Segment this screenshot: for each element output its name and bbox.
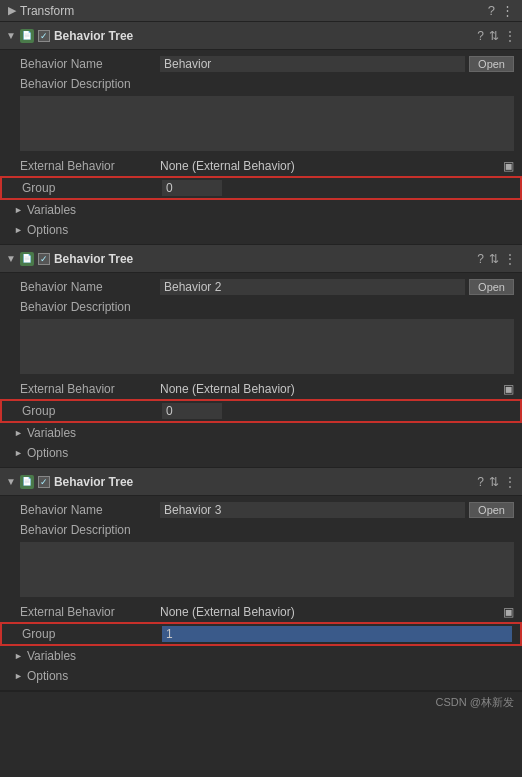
panel-2-behavior-name-input[interactable]: [160, 279, 465, 295]
panel-1-variables-row[interactable]: ► Variables: [0, 200, 522, 220]
panel-2-description-input[interactable]: [20, 319, 514, 374]
help-icon[interactable]: ?: [488, 3, 495, 18]
panel-3-help-icon[interactable]: ?: [477, 475, 484, 489]
bottom-bar: CSDN @林新发: [0, 691, 522, 713]
panel-1-options-label: Options: [27, 223, 68, 237]
panel-2-external-row: External Behavior None (External Behavio…: [0, 379, 522, 399]
settings-icon[interactable]: ⋮: [501, 3, 514, 18]
panel-1-external-label: External Behavior: [20, 159, 160, 173]
panel-1-help-icon[interactable]: ?: [477, 29, 484, 43]
panel-3-script-icon: 📄: [20, 475, 34, 489]
top-bar-title: Transform: [20, 4, 74, 18]
panel-3-group-label: Group: [22, 627, 162, 641]
panel-1-header: ▼ 📄 ✓ Behavior Tree ? ⇅ ⋮: [0, 22, 522, 50]
panel-1-checkbox[interactable]: ✓: [38, 30, 50, 42]
panel-3-desc-label: Behavior Description: [20, 523, 160, 537]
panel-2-help-icon[interactable]: ?: [477, 252, 484, 266]
panel-2-options-row[interactable]: ► Options: [0, 443, 522, 463]
panel-1-script-icon: 📄: [20, 29, 34, 43]
panel-3-external-value: None (External Behavior): [160, 605, 499, 619]
panel-1-open-button[interactable]: Open: [469, 56, 514, 72]
panel-2-collapse-arrow[interactable]: ▼: [6, 253, 16, 264]
panel-2-behavior-name-label: Behavior Name: [20, 280, 160, 294]
panel-3-external-label: External Behavior: [20, 605, 160, 619]
panel-3-open-button[interactable]: Open: [469, 502, 514, 518]
panel-1-group-label: Group: [22, 181, 162, 195]
transform-icon: ▶: [8, 4, 16, 17]
panel-3-body: Behavior Name Open Behavior Description …: [0, 496, 522, 690]
panel-2-open-button[interactable]: Open: [469, 279, 514, 295]
panel-2-group-label: Group: [22, 404, 162, 418]
panel-1-layout-icon[interactable]: ⇅: [489, 29, 499, 43]
panel-2-script-icon: 📄: [20, 252, 34, 266]
behavior-tree-panel-1: ▼ 📄 ✓ Behavior Tree ? ⇅ ⋮ Behavior Name …: [0, 22, 522, 245]
top-bar: ▶ Transform ? ⋮: [0, 0, 522, 22]
panel-2-variables-arrow: ►: [14, 428, 23, 438]
panel-2-external-icon[interactable]: ▣: [503, 382, 514, 396]
panel-3-behavior-name-row: Behavior Name Open: [0, 500, 522, 520]
panel-1-external-row: External Behavior None (External Behavio…: [0, 156, 522, 176]
panel-1-description-input[interactable]: [20, 96, 514, 151]
panel-3-collapse-arrow[interactable]: ▼: [6, 476, 16, 487]
panel-2-description-label-row: Behavior Description: [0, 297, 522, 317]
panel-2-group-input[interactable]: [162, 403, 222, 419]
panel-3-description-label-row: Behavior Description: [0, 520, 522, 540]
panel-3-external-row: External Behavior None (External Behavio…: [0, 602, 522, 622]
panel-1-title: Behavior Tree: [54, 29, 473, 43]
panel-2-external-value: None (External Behavior): [160, 382, 499, 396]
panel-1-options-row[interactable]: ► Options: [0, 220, 522, 240]
panel-1-variables-arrow: ►: [14, 205, 23, 215]
panel-3-external-icon[interactable]: ▣: [503, 605, 514, 619]
panel-1-behavior-name-row: Behavior Name Open: [0, 54, 522, 74]
panel-1-desc-label: Behavior Description: [20, 77, 160, 91]
panel-3-header-icons: ? ⇅ ⋮: [477, 475, 516, 489]
panel-1-behavior-name-input[interactable]: [160, 56, 465, 72]
behavior-tree-panel-3: ▼ 📄 ✓ Behavior Tree ? ⇅ ⋮ Behavior Name …: [0, 468, 522, 691]
panel-3-description-input[interactable]: [20, 542, 514, 597]
panel-2-more-icon[interactable]: ⋮: [504, 252, 516, 266]
behavior-tree-panel-2: ▼ 📄 ✓ Behavior Tree ? ⇅ ⋮ Behavior Name …: [0, 245, 522, 468]
panel-2-body: Behavior Name Open Behavior Description …: [0, 273, 522, 467]
panel-1-options-arrow: ►: [14, 225, 23, 235]
panel-2-checkbox[interactable]: ✓: [38, 253, 50, 265]
panel-2-external-label: External Behavior: [20, 382, 160, 396]
panel-1-variables-label: Variables: [27, 203, 76, 217]
panel-3-behavior-name-label: Behavior Name: [20, 503, 160, 517]
panel-3-title: Behavior Tree: [54, 475, 473, 489]
panel-3-more-icon[interactable]: ⋮: [504, 475, 516, 489]
panel-3-options-label: Options: [27, 669, 68, 683]
panel-3-variables-arrow: ►: [14, 651, 23, 661]
panel-3-options-arrow: ►: [14, 671, 23, 681]
panel-2-behavior-name-row: Behavior Name Open: [0, 277, 522, 297]
panel-3-variables-label: Variables: [27, 649, 76, 663]
panel-1-more-icon[interactable]: ⋮: [504, 29, 516, 43]
panel-2-title: Behavior Tree: [54, 252, 473, 266]
panel-1-header-icons: ? ⇅ ⋮: [477, 29, 516, 43]
panel-1-body: Behavior Name Open Behavior Description …: [0, 50, 522, 244]
panel-2-options-label: Options: [27, 446, 68, 460]
panel-1-external-value: None (External Behavior): [160, 159, 499, 173]
top-bar-actions: ? ⋮: [488, 3, 514, 18]
panel-1-external-icon[interactable]: ▣: [503, 159, 514, 173]
panel-2-options-arrow: ►: [14, 448, 23, 458]
panel-2-variables-label: Variables: [27, 426, 76, 440]
bottom-bar-text: CSDN @林新发: [436, 695, 514, 710]
panel-1-behavior-name-label: Behavior Name: [20, 57, 160, 71]
panel-3-layout-icon[interactable]: ⇅: [489, 475, 499, 489]
panel-1-group-input[interactable]: [162, 180, 222, 196]
panel-2-header: ▼ 📄 ✓ Behavior Tree ? ⇅ ⋮: [0, 245, 522, 273]
panel-3-behavior-name-input[interactable]: [160, 502, 465, 518]
panel-1-group-row: Group: [0, 176, 522, 200]
panel-3-header: ▼ 📄 ✓ Behavior Tree ? ⇅ ⋮: [0, 468, 522, 496]
panel-3-variables-row[interactable]: ► Variables: [0, 646, 522, 666]
panel-3-group-input[interactable]: [162, 626, 512, 642]
panel-1-collapse-arrow[interactable]: ▼: [6, 30, 16, 41]
panel-3-checkbox[interactable]: ✓: [38, 476, 50, 488]
panel-2-desc-label: Behavior Description: [20, 300, 160, 314]
panel-2-variables-row[interactable]: ► Variables: [0, 423, 522, 443]
panel-2-layout-icon[interactable]: ⇅: [489, 252, 499, 266]
panel-1-description-label-row: Behavior Description: [0, 74, 522, 94]
panel-3-group-row: Group: [0, 622, 522, 646]
panel-3-options-row[interactable]: ► Options: [0, 666, 522, 686]
panel-2-header-icons: ? ⇅ ⋮: [477, 252, 516, 266]
